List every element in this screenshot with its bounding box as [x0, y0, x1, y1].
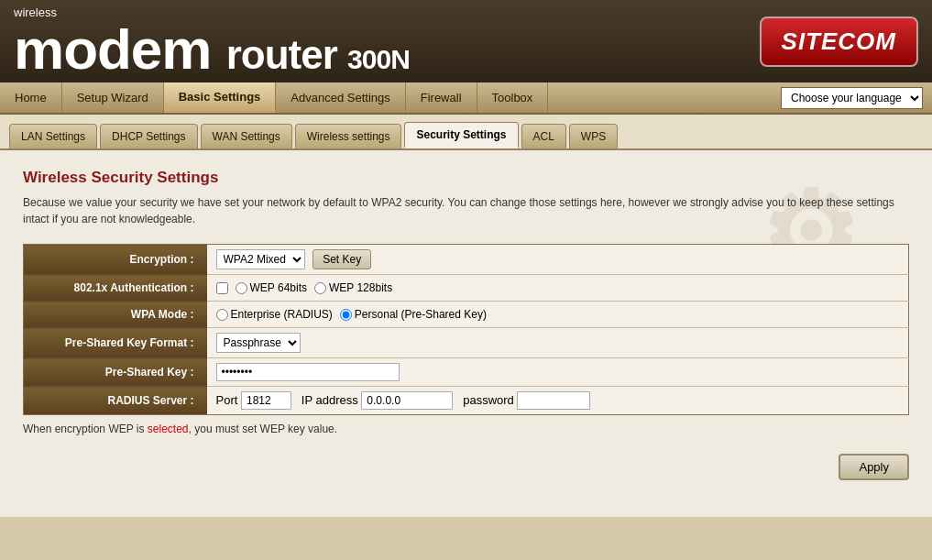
- psk-format-select[interactable]: Passphrase Hex: [216, 333, 301, 353]
- radius-label: RADIUS Server :: [24, 387, 207, 415]
- auth-label: 802.1x Authentication :: [24, 275, 207, 302]
- wpa-mode-label: WPA Mode :: [24, 302, 207, 328]
- wpa-personal-label: Personal (Pre-Shared Key): [340, 308, 487, 321]
- radius-row: RADIUS Server : Port IP address password: [24, 387, 909, 415]
- wpa-personal-radio[interactable]: [340, 309, 352, 321]
- tabbar: LAN Settings DHCP Settings WAN Settings …: [0, 115, 932, 150]
- auth-radio-group: WEP 64bits WEP 128bits: [216, 281, 900, 294]
- radius-password-input[interactable]: [517, 391, 590, 410]
- wep128-radio[interactable]: [314, 282, 326, 294]
- settings-table: Encryption : WPA2 Mixed WPA2 WPA WEP Non…: [23, 244, 909, 415]
- language-select[interactable]: Choose your language: [781, 87, 923, 109]
- brand-main: modem router 300N: [14, 26, 410, 79]
- navbar-left: Home Setup Wizard Basic Settings Advance…: [0, 82, 548, 113]
- radius-password-label: password: [463, 393, 514, 407]
- auth-checkbox[interactable]: [216, 282, 228, 294]
- note-text: When encryption WEP is selected, you mus…: [23, 423, 909, 435]
- auth-row: 802.1x Authentication : WEP 64bits WEP 1…: [24, 275, 909, 302]
- psk-input[interactable]: [216, 363, 400, 381]
- wep64-radio[interactable]: [236, 282, 247, 294]
- nav-firewall[interactable]: Firewall: [406, 82, 477, 113]
- tab-wan-settings[interactable]: WAN Settings: [201, 124, 292, 148]
- tab-lan-settings[interactable]: LAN Settings: [9, 124, 97, 148]
- wpa-enterprise-label: Enterprise (RADIUS): [216, 308, 333, 321]
- auth-value-cell: WEP 64bits WEP 128bits: [207, 275, 909, 302]
- radius-ip-label: IP address: [302, 393, 358, 407]
- encryption-row: Encryption : WPA2 Mixed WPA2 WPA WEP Non…: [24, 245, 909, 275]
- brand-n300: 300N: [347, 44, 410, 74]
- page-header: wireless modem router 300N SITECOM: [0, 0, 932, 82]
- apply-button[interactable]: Apply: [839, 454, 909, 480]
- psk-value-cell: [207, 358, 909, 387]
- encryption-label: Encryption :: [24, 245, 207, 275]
- sitecom-logo: SITECOM: [760, 16, 918, 67]
- tab-dhcp-settings[interactable]: DHCP Settings: [100, 124, 197, 148]
- nav-advanced-settings[interactable]: Advanced Settings: [276, 82, 405, 113]
- nav-toolbox[interactable]: Toolbox: [477, 82, 549, 113]
- navbar-right: Choose your language: [781, 82, 932, 113]
- wpa-mode-radio-group: Enterprise (RADIUS) Personal (Pre-Shared…: [216, 308, 900, 321]
- apply-btn-row: Apply: [23, 454, 909, 480]
- psk-label: Pre-Shared Key :: [24, 358, 207, 387]
- set-key-button[interactable]: Set Key: [312, 249, 371, 269]
- tab-acl[interactable]: ACL: [521, 124, 566, 148]
- wpa-mode-value-cell: Enterprise (RADIUS) Personal (Pre-Shared…: [207, 302, 909, 328]
- main-content: ⚙ Wireless Security Settings Because we …: [0, 150, 932, 517]
- page-title: Wireless Security Settings: [23, 169, 909, 187]
- tab-wps[interactable]: WPS: [569, 124, 618, 148]
- brand: wireless modem router 300N: [14, 5, 410, 78]
- content-inner: Wireless Security Settings Because we va…: [23, 169, 909, 480]
- tab-security-settings[interactable]: Security Settings: [404, 122, 518, 148]
- psk-row: Pre-Shared Key :: [24, 358, 909, 387]
- radius-port-input[interactable]: [241, 391, 291, 410]
- selected-note: selected: [148, 423, 189, 435]
- psk-format-row: Pre-Shared Key Format : Passphrase Hex: [24, 328, 909, 358]
- brand-modem: modem: [14, 17, 226, 81]
- tab-wireless-settings[interactable]: Wireless settings: [295, 124, 402, 148]
- wep64-label: WEP 64bits: [236, 281, 307, 294]
- psk-format-value-cell: Passphrase Hex: [207, 328, 909, 358]
- radius-value-cell: Port IP address password: [207, 387, 909, 415]
- encryption-value-cell: WPA2 Mixed WPA2 WPA WEP None Set Key: [207, 245, 909, 275]
- encryption-select[interactable]: WPA2 Mixed WPA2 WPA WEP None: [216, 249, 305, 269]
- radius-ip-input[interactable]: [361, 391, 453, 410]
- wpa-mode-row: WPA Mode : Enterprise (RADIUS) Personal …: [24, 302, 909, 328]
- navbar: Home Setup Wizard Basic Settings Advance…: [0, 82, 932, 115]
- nav-basic-settings[interactable]: Basic Settings: [164, 82, 277, 113]
- wep128-label: WEP 128bits: [314, 281, 392, 294]
- radius-port-label: Port: [216, 393, 238, 407]
- page-description: Because we value your security we have s…: [23, 194, 909, 227]
- wpa-enterprise-radio[interactable]: [216, 309, 228, 321]
- psk-format-label: Pre-Shared Key Format :: [24, 328, 207, 358]
- brand-router: router: [226, 32, 347, 77]
- nav-setup-wizard[interactable]: Setup Wizard: [62, 82, 164, 113]
- nav-home[interactable]: Home: [0, 82, 62, 113]
